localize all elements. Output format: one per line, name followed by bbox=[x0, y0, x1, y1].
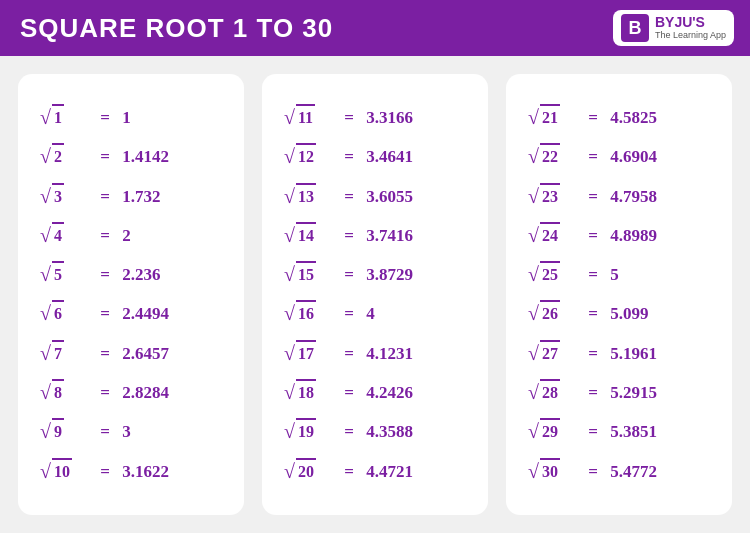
equals-sign: = bbox=[340, 184, 354, 210]
sqrt-symbol-icon: √ bbox=[284, 461, 295, 481]
column-1: √1 = 1 √2 = 1.4142 √3 = 1.732 √4 bbox=[18, 74, 244, 515]
sqrt-number: 22 bbox=[540, 143, 560, 170]
sqrt-symbol-icon: √ bbox=[40, 186, 51, 206]
sqrt-expression: √13 bbox=[284, 183, 332, 210]
sqrt-row: √19 = 4.3588 bbox=[284, 418, 466, 445]
sqrt-expression: √22 bbox=[528, 143, 576, 170]
sqrt-value: 3 bbox=[118, 419, 131, 445]
equals-sign: = bbox=[584, 380, 598, 406]
sqrt-symbol-icon: √ bbox=[40, 343, 51, 363]
equals-sign: = bbox=[340, 301, 354, 327]
equals-sign: = bbox=[584, 262, 598, 288]
sqrt-symbol-icon: √ bbox=[528, 186, 539, 206]
sqrt-number: 13 bbox=[296, 183, 316, 210]
sqrt-expression: √29 bbox=[528, 418, 576, 445]
sqrt-expression: √28 bbox=[528, 379, 576, 406]
logo-b-icon: B bbox=[621, 14, 649, 42]
sqrt-number: 12 bbox=[296, 143, 316, 170]
equals-sign: = bbox=[96, 301, 110, 327]
column-2: √11 = 3.3166 √12 = 3.4641 √13 = 3.6055 √… bbox=[262, 74, 488, 515]
page-title: SQUARE ROOT 1 TO 30 bbox=[20, 13, 333, 44]
sqrt-row: √26 = 5.099 bbox=[528, 300, 710, 327]
sqrt-number: 29 bbox=[540, 418, 560, 445]
logo-text: BYJU'S The Learning App bbox=[655, 15, 726, 40]
sqrt-number: 9 bbox=[52, 418, 64, 445]
sqrt-row: √17 = 4.1231 bbox=[284, 340, 466, 367]
sqrt-value: 2.236 bbox=[118, 262, 161, 288]
sqrt-value: 3.6055 bbox=[362, 184, 413, 210]
sqrt-expression: √26 bbox=[528, 300, 576, 327]
sqrt-row: √11 = 3.3166 bbox=[284, 104, 466, 131]
sqrt-symbol-icon: √ bbox=[528, 225, 539, 245]
sqrt-expression: √15 bbox=[284, 261, 332, 288]
sqrt-number: 10 bbox=[52, 458, 72, 485]
sqrt-value: 2.6457 bbox=[118, 341, 169, 367]
sqrt-number: 25 bbox=[540, 261, 560, 288]
sqrt-number: 14 bbox=[296, 222, 316, 249]
sqrt-value: 3.4641 bbox=[362, 144, 413, 170]
sqrt-expression: √16 bbox=[284, 300, 332, 327]
sqrt-value: 5.1961 bbox=[606, 341, 657, 367]
sqrt-expression: √30 bbox=[528, 458, 576, 485]
equals-sign: = bbox=[584, 341, 598, 367]
equals-sign: = bbox=[96, 144, 110, 170]
equals-sign: = bbox=[96, 341, 110, 367]
equals-sign: = bbox=[584, 459, 598, 485]
sqrt-number: 1 bbox=[52, 104, 64, 131]
sqrt-number: 20 bbox=[296, 458, 316, 485]
sqrt-value: 3.8729 bbox=[362, 262, 413, 288]
sqrt-value: 4.8989 bbox=[606, 223, 657, 249]
sqrt-expression: √24 bbox=[528, 222, 576, 249]
sqrt-value: 4.3588 bbox=[362, 419, 413, 445]
sqrt-expression: √7 bbox=[40, 340, 88, 367]
sqrt-row: √24 = 4.8989 bbox=[528, 222, 710, 249]
sqrt-number: 30 bbox=[540, 458, 560, 485]
equals-sign: = bbox=[584, 144, 598, 170]
sqrt-number: 23 bbox=[540, 183, 560, 210]
equals-sign: = bbox=[340, 144, 354, 170]
sqrt-row: √23 = 4.7958 bbox=[528, 183, 710, 210]
sqrt-value: 5.2915 bbox=[606, 380, 657, 406]
sqrt-expression: √10 bbox=[40, 458, 88, 485]
logo-tagline: The Learning App bbox=[655, 31, 726, 41]
sqrt-number: 21 bbox=[540, 104, 560, 131]
sqrt-value: 4.2426 bbox=[362, 380, 413, 406]
sqrt-symbol-icon: √ bbox=[40, 264, 51, 284]
sqrt-number: 7 bbox=[52, 340, 64, 367]
sqrt-number: 17 bbox=[296, 340, 316, 367]
sqrt-expression: √1 bbox=[40, 104, 88, 131]
sqrt-number: 8 bbox=[52, 379, 64, 406]
sqrt-number: 15 bbox=[296, 261, 316, 288]
sqrt-value: 2.4494 bbox=[118, 301, 169, 327]
sqrt-number: 28 bbox=[540, 379, 560, 406]
sqrt-row: √10 = 3.1622 bbox=[40, 458, 222, 485]
equals-sign: = bbox=[96, 105, 110, 131]
equals-sign: = bbox=[96, 419, 110, 445]
equals-sign: = bbox=[584, 419, 598, 445]
sqrt-row: √22 = 4.6904 bbox=[528, 143, 710, 170]
sqrt-row: √7 = 2.6457 bbox=[40, 340, 222, 367]
logo-box: B BYJU'S The Learning App bbox=[613, 10, 734, 46]
logo-name: BYJU'S bbox=[655, 15, 726, 30]
equals-sign: = bbox=[96, 262, 110, 288]
sqrt-row: √27 = 5.1961 bbox=[528, 340, 710, 367]
sqrt-number: 4 bbox=[52, 222, 64, 249]
content-area: √1 = 1 √2 = 1.4142 √3 = 1.732 √4 bbox=[0, 56, 750, 533]
sqrt-number: 5 bbox=[52, 261, 64, 288]
sqrt-value: 4.5825 bbox=[606, 105, 657, 131]
sqrt-symbol-icon: √ bbox=[40, 146, 51, 166]
sqrt-value: 4.1231 bbox=[362, 341, 413, 367]
column-3: √21 = 4.5825 √22 = 4.6904 √23 = 4.7958 √… bbox=[506, 74, 732, 515]
sqrt-value: 3.7416 bbox=[362, 223, 413, 249]
sqrt-row: √4 = 2 bbox=[40, 222, 222, 249]
sqrt-row: √8 = 2.8284 bbox=[40, 379, 222, 406]
sqrt-row: √6 = 2.4494 bbox=[40, 300, 222, 327]
sqrt-symbol-icon: √ bbox=[528, 146, 539, 166]
sqrt-row: √25 = 5 bbox=[528, 261, 710, 288]
sqrt-row: √1 = 1 bbox=[40, 104, 222, 131]
sqrt-row: √18 = 4.2426 bbox=[284, 379, 466, 406]
sqrt-symbol-icon: √ bbox=[284, 382, 295, 402]
sqrt-symbol-icon: √ bbox=[528, 264, 539, 284]
equals-sign: = bbox=[584, 105, 598, 131]
header: SQUARE ROOT 1 TO 30 B BYJU'S The Learnin… bbox=[0, 0, 750, 56]
